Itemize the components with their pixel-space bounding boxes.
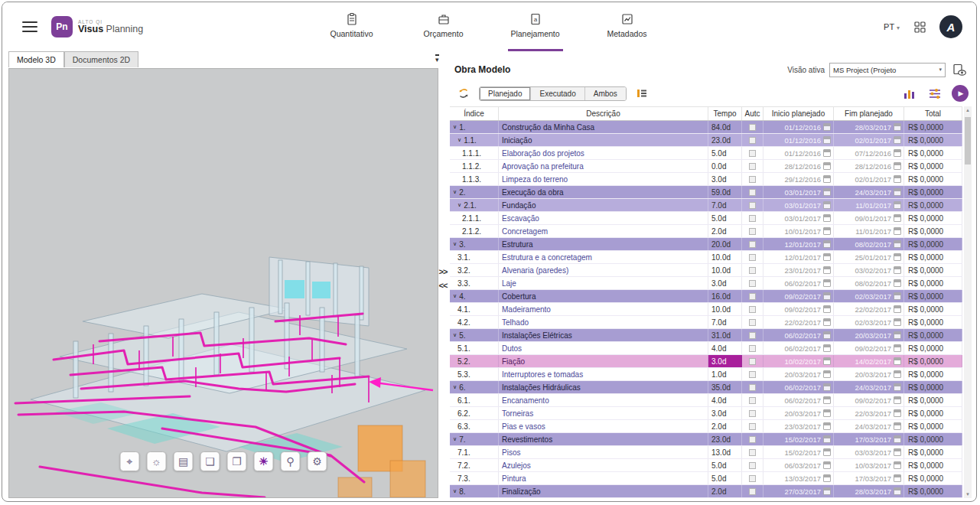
auto-checkbox[interactable] [749, 436, 756, 443]
task-end-date[interactable]: 07/12/2016 [834, 147, 904, 159]
table-row[interactable]: 6.3.Pias e vasos2.0d23/03/201724/03/2017… [450, 420, 962, 433]
calendar-icon[interactable] [894, 370, 901, 378]
calendar-icon[interactable] [823, 461, 831, 469]
task-end-date[interactable]: 09/01/2017 [834, 212, 904, 224]
table-row[interactable]: 6.1.Encanamento4.0d06/02/201709/02/2017R… [450, 394, 962, 407]
task-end-date[interactable]: 24/03/2017 [834, 381, 904, 393]
sync-refresh-icon[interactable] [454, 85, 473, 102]
focus-element-icon[interactable]: ⌖ [120, 451, 140, 471]
inspect-search-icon[interactable]: ⚲ [281, 451, 301, 471]
auto-checkbox[interactable] [749, 358, 756, 365]
task-start-date[interactable]: 12/01/2017 [763, 251, 834, 263]
table-row[interactable]: 7.2.Azulejos5.0d06/03/201710/03/2017R$ 0… [450, 459, 962, 472]
account-avatar[interactable]: A [939, 15, 962, 38]
task-end-date[interactable]: 09/02/2017 [834, 394, 904, 406]
collapse-chevron-icon[interactable]: ∨ [453, 332, 457, 338]
auto-checkbox[interactable] [749, 241, 756, 248]
table-row[interactable]: 5.3.Interruptores e tomadas1.0d20/03/201… [450, 368, 962, 381]
calendar-icon[interactable] [894, 292, 901, 300]
table-row[interactable]: 1.1.3.Limpeza do terreno3.0d29/12/201602… [450, 173, 962, 186]
calendar-icon[interactable] [894, 331, 901, 339]
table-row[interactable]: ∨1.1.Iniciação23.0d01/12/201602/01/2017R… [450, 134, 962, 147]
layers-icon[interactable]: ▤ [174, 451, 194, 471]
auto-checkbox[interactable] [749, 345, 756, 352]
auto-checkbox[interactable] [749, 410, 756, 417]
calendar-icon[interactable] [823, 331, 831, 339]
auto-checkbox[interactable] [749, 475, 756, 482]
calendar-icon[interactable] [894, 305, 901, 313]
task-end-date[interactable]: 22/03/2017 [834, 407, 904, 419]
tab-planejamento[interactable]: a Planejamento [508, 2, 563, 51]
collapse-chevron-icon[interactable]: ∨ [453, 124, 457, 130]
task-start-date[interactable]: 20/03/2017 [763, 407, 834, 419]
collapse-chevron-icon[interactable]: ∨ [457, 137, 461, 143]
calendar-icon[interactable] [823, 279, 831, 287]
calendar-icon[interactable] [823, 370, 831, 378]
calendar-icon[interactable] [823, 383, 831, 391]
calendar-icon[interactable] [894, 344, 901, 352]
calendar-icon[interactable] [823, 149, 831, 157]
table-row[interactable]: ∨7.Revestimentos23.0d15/02/201717/03/201… [450, 433, 962, 446]
table-row[interactable]: ∨2.1.Fundação7.0d03/01/201711/01/2017R$ … [450, 199, 962, 212]
collapse-table-button[interactable]: << [436, 281, 450, 290]
view-columns-eye-icon[interactable] [950, 61, 969, 78]
calendar-icon[interactable] [894, 396, 901, 404]
calendar-icon[interactable] [823, 201, 831, 209]
task-end-date[interactable]: 03/02/2017 [834, 264, 904, 276]
collapse-chevron-icon[interactable]: ∨ [453, 384, 457, 390]
calendar-icon[interactable] [894, 175, 901, 183]
calendar-icon[interactable] [894, 383, 901, 391]
tab-orcamento[interactable]: Orçamento [416, 2, 471, 51]
calendar-icon[interactable] [894, 162, 901, 170]
table-row[interactable]: ∨2.Execução da obra59.0d03/01/201724/03/… [450, 186, 962, 199]
calendar-icon[interactable] [823, 344, 831, 352]
outline-levels-icon[interactable] [633, 85, 651, 102]
task-end-date[interactable]: 08/02/2017 [834, 238, 904, 250]
table-row[interactable]: ∨8.Finalização2.0d27/03/201728/03/2017R$… [450, 485, 962, 498]
calendar-icon[interactable] [894, 240, 901, 248]
task-end-date[interactable]: 02/03/2017 [834, 290, 904, 302]
tab-metadados[interactable]: Metadados [600, 2, 655, 51]
collapse-chevron-icon[interactable]: ∨ [453, 293, 457, 299]
tab-quantitativo[interactable]: Quantitativo [324, 2, 379, 51]
task-start-date[interactable]: 03/01/2017 [763, 199, 834, 211]
task-end-date[interactable]: 11/01/2017 [834, 199, 904, 211]
table-row[interactable]: 5.2.Fiação3.0d10/02/201714/02/2017R$ 0,0… [450, 355, 962, 368]
task-end-date[interactable]: 24/03/2017 [834, 420, 904, 432]
collapse-chevron-icon[interactable]: ∨ [457, 202, 461, 208]
calendar-icon[interactable] [894, 123, 901, 131]
calendar-icon[interactable] [894, 318, 901, 326]
apps-grid-icon[interactable] [910, 18, 929, 35]
column-header[interactable]: Índice [450, 107, 499, 120]
table-row[interactable]: ∨1.Construção da Minha Casa84.0d01/12/20… [450, 121, 962, 134]
task-start-date[interactable]: 03/01/2017 [763, 212, 834, 224]
calendar-icon[interactable] [894, 357, 901, 365]
task-start-date[interactable]: 15/02/2017 [763, 446, 834, 458]
model-3d-viewport[interactable]: ⌖☼▤❏❐☀⚲⚙ [8, 68, 438, 498]
task-start-date[interactable]: 23/01/2017 [763, 264, 834, 276]
calendar-icon[interactable] [894, 448, 901, 456]
task-end-date[interactable]: 11/01/2017 [834, 225, 904, 237]
table-row[interactable]: 1.1.2.Aprovação na prefeitura0.0d28/12/2… [450, 160, 962, 173]
calendar-icon[interactable] [894, 487, 901, 495]
task-end-date[interactable]: 22/02/2017 [834, 303, 904, 315]
collapse-chevron-icon[interactable]: ∨ [453, 436, 457, 442]
calendar-icon[interactable] [823, 487, 831, 495]
column-header[interactable]: Descrição [499, 107, 708, 120]
auto-checkbox[interactable] [749, 280, 756, 287]
filter-sliders-icon[interactable] [926, 85, 944, 102]
task-end-date[interactable]: 08/02/2017 [834, 277, 904, 289]
task-end-date[interactable]: 20/03/2017 [834, 368, 904, 380]
calendar-icon[interactable] [823, 305, 831, 313]
chart-bars-icon[interactable] [900, 85, 918, 102]
play-simulation-button[interactable]: ▶ [952, 85, 969, 102]
calendar-icon[interactable] [894, 422, 901, 430]
task-end-date[interactable]: 25/01/2017 [834, 251, 904, 263]
calendar-icon[interactable] [823, 422, 831, 430]
language-selector[interactable]: PT ▾ [884, 22, 900, 31]
highlight-bulb-icon[interactable]: ☀ [254, 451, 274, 471]
table-row[interactable]: 5.1.Dutos4.0d06/02/201709/02/2017R$ 0,00… [450, 342, 962, 355]
task-start-date[interactable]: 10/02/2017 [763, 355, 834, 367]
table-row[interactable]: 4.1.Madeiramento10.0d09/02/201722/02/201… [450, 303, 962, 316]
calendar-icon[interactable] [894, 474, 901, 482]
